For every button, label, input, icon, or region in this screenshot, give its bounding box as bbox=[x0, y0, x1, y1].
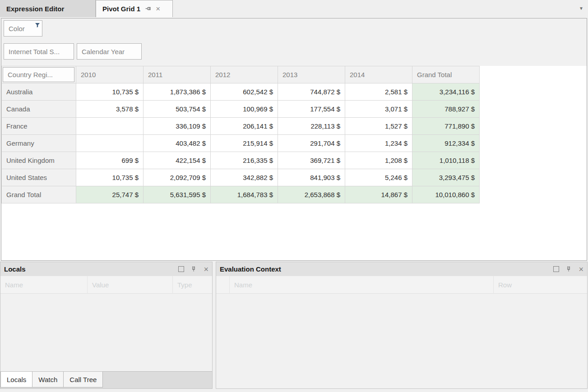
pivot-cell: 215,914 $ bbox=[211, 135, 278, 152]
table-row: United States 10,735 $ 2,092,709 $ 342,8… bbox=[2, 169, 480, 186]
locals-bottom-tabstrip: Locals Watch Call Tree bbox=[0, 371, 212, 388]
column-header-2013: 2013 bbox=[278, 66, 345, 83]
pivot-cell: 744,872 $ bbox=[278, 83, 345, 101]
tab-call-tree[interactable]: Call Tree bbox=[63, 372, 103, 387]
tab-locals[interactable]: Locals bbox=[0, 372, 32, 387]
table-row: Canada 3,578 $ 503,754 $ 100,969 $ 177,5… bbox=[2, 101, 480, 118]
filter-funnel-icon[interactable] bbox=[35, 22, 40, 29]
row-header: Australia bbox=[2, 83, 76, 101]
app-window: Expression Editor Pivot Grid 1 × ▼ Color… bbox=[0, 0, 588, 392]
row-field-country-region[interactable]: Country Regi... bbox=[3, 67, 74, 82]
locals-column-headers: Name Value Type bbox=[0, 276, 212, 294]
column-header-grand-total: Grand Total bbox=[412, 66, 480, 83]
pin-icon[interactable] bbox=[145, 5, 152, 13]
tab-expression-editor[interactable]: Expression Editor bbox=[0, 0, 96, 17]
row-header: Canada bbox=[2, 101, 76, 118]
locals-titlebar: Locals × bbox=[0, 262, 212, 276]
pivot-cell: 1,208 $ bbox=[345, 152, 412, 169]
pivot-cell: 1,527 $ bbox=[345, 118, 412, 135]
close-icon[interactable]: × bbox=[156, 5, 160, 13]
tab-expression-editor-label: Expression Editor bbox=[6, 5, 64, 13]
tab-pivot-grid[interactable]: Pivot Grid 1 × bbox=[96, 0, 173, 17]
grand-total-row: Grand Total 25,747 $ 5,631,595 $ 1,684,7… bbox=[2, 186, 480, 203]
pivot-cell: 2,092,709 $ bbox=[144, 169, 211, 186]
pivot-corner-cell: Country Regi... bbox=[2, 66, 76, 83]
pivot-cell-grand-total: 771,890 $ bbox=[412, 118, 480, 135]
locals-column-name: Name bbox=[0, 276, 88, 293]
pivot-cell: 3,071 $ bbox=[345, 101, 412, 118]
pivot-cell-grand-total: 1,684,783 $ bbox=[211, 186, 278, 203]
row-header: United Kingdom bbox=[2, 152, 76, 169]
column-field-calendar-year[interactable]: Calendar Year bbox=[77, 43, 142, 60]
evaluation-context-title: Evaluation Context bbox=[220, 265, 553, 273]
pivot-cell-grand-total: 25,747 $ bbox=[76, 186, 144, 203]
pivot-header-area: Color Internet Total S... Calendar Year bbox=[1, 18, 587, 66]
data-field-internet-total-sales[interactable]: Internet Total S... bbox=[4, 43, 74, 60]
row-header: France bbox=[2, 118, 76, 135]
row-field-label: Country Regi... bbox=[8, 71, 53, 78]
pivot-cell-grand-total: 1,010,118 $ bbox=[412, 152, 480, 169]
evaluation-column-name: Name bbox=[230, 276, 494, 293]
pivot-cell: 10,735 $ bbox=[76, 83, 144, 101]
pivot-cell: 699 $ bbox=[76, 152, 144, 169]
filter-field-color[interactable]: Color bbox=[4, 20, 42, 37]
row-header: United States bbox=[2, 169, 76, 186]
pivot-cell-grand-total: 3,234,116 $ bbox=[412, 83, 480, 101]
pin-icon[interactable] bbox=[190, 266, 197, 272]
pivot-cell: 336,109 $ bbox=[144, 118, 211, 135]
row-header-grand-total: Grand Total bbox=[2, 186, 76, 203]
pivot-cell: 3,578 $ bbox=[76, 101, 144, 118]
chevron-down-icon[interactable]: ▼ bbox=[579, 6, 583, 11]
pivot-cell: 228,113 $ bbox=[278, 118, 345, 135]
evaluation-context-titlebar: Evaluation Context × bbox=[216, 262, 587, 276]
table-row: United Kingdom 699 $ 422,154 $ 216,335 $… bbox=[2, 152, 480, 169]
locals-panel: Locals × Name Value Type Locals Watch Ca… bbox=[0, 262, 213, 389]
pivot-cell: 403,482 $ bbox=[144, 135, 211, 152]
data-field-label: Internet Total S... bbox=[9, 48, 60, 55]
pivot-cell: 342,882 $ bbox=[211, 169, 278, 186]
close-icon[interactable]: × bbox=[579, 265, 583, 273]
pivot-cell: 422,154 $ bbox=[144, 152, 211, 169]
pivot-cell: 206,141 $ bbox=[211, 118, 278, 135]
maximize-icon[interactable] bbox=[178, 266, 184, 272]
pivot-cell-grand-total: 788,927 $ bbox=[412, 101, 480, 118]
pivot-cell-grand-total: 14,867 $ bbox=[345, 186, 412, 203]
pivot-cell: 177,554 $ bbox=[278, 101, 345, 118]
pivot-cell: 2,581 $ bbox=[345, 83, 412, 101]
pivot-cell: 369,721 $ bbox=[278, 152, 345, 169]
tab-pivot-grid-label: Pivot Grid 1 bbox=[102, 5, 140, 13]
pivot-cell: 1,873,386 $ bbox=[144, 83, 211, 101]
pivot-cell: 5,246 $ bbox=[345, 169, 412, 186]
document-tabstrip: Expression Editor Pivot Grid 1 × ▼ bbox=[0, 0, 588, 18]
pivot-cell: 602,542 $ bbox=[211, 83, 278, 101]
maximize-icon[interactable] bbox=[553, 266, 559, 272]
locals-panel-title: Locals bbox=[4, 265, 178, 273]
pivot-cell bbox=[76, 135, 144, 152]
column-field-label: Calendar Year bbox=[82, 48, 125, 55]
pivot-cell: 100,969 $ bbox=[211, 101, 278, 118]
table-row: France 336,109 $ 206,141 $ 228,113 $ 1,5… bbox=[2, 118, 480, 135]
table-row: Germany 403,482 $ 215,914 $ 291,704 $ 1,… bbox=[2, 135, 480, 152]
close-icon[interactable]: × bbox=[204, 265, 208, 273]
row-header: Germany bbox=[2, 135, 76, 152]
table-row: Australia 10,735 $ 1,873,386 $ 602,542 $… bbox=[2, 83, 480, 101]
locals-column-type: Type bbox=[173, 276, 212, 293]
pin-icon[interactable] bbox=[565, 266, 572, 272]
pivot-cell: 841,903 $ bbox=[278, 169, 345, 186]
evaluation-context-body bbox=[216, 294, 587, 388]
pivot-column-header-row: Country Regi... 2010 2011 2012 2013 2014… bbox=[2, 66, 480, 83]
pivot-cell-grand-total: 912,334 $ bbox=[412, 135, 480, 152]
column-header-2010: 2010 bbox=[76, 66, 144, 83]
tab-watch[interactable]: Watch bbox=[32, 372, 64, 387]
evaluation-context-panel: Evaluation Context × Name Row bbox=[216, 262, 588, 389]
pivot-cell-grand-total: 2,653,868 $ bbox=[278, 186, 345, 203]
pivot-cell-grand-total: 5,631,595 $ bbox=[144, 186, 211, 203]
filter-field-color-label: Color bbox=[9, 25, 25, 32]
pivot-cell: 1,234 $ bbox=[345, 135, 412, 152]
pivot-cell bbox=[76, 118, 144, 135]
pivot-cell: 503,754 $ bbox=[144, 101, 211, 118]
pivot-cell: 291,704 $ bbox=[278, 135, 345, 152]
evaluation-context-column-headers: Name Row bbox=[216, 276, 587, 294]
column-header-2012: 2012 bbox=[211, 66, 278, 83]
locals-column-value: Value bbox=[88, 276, 173, 293]
